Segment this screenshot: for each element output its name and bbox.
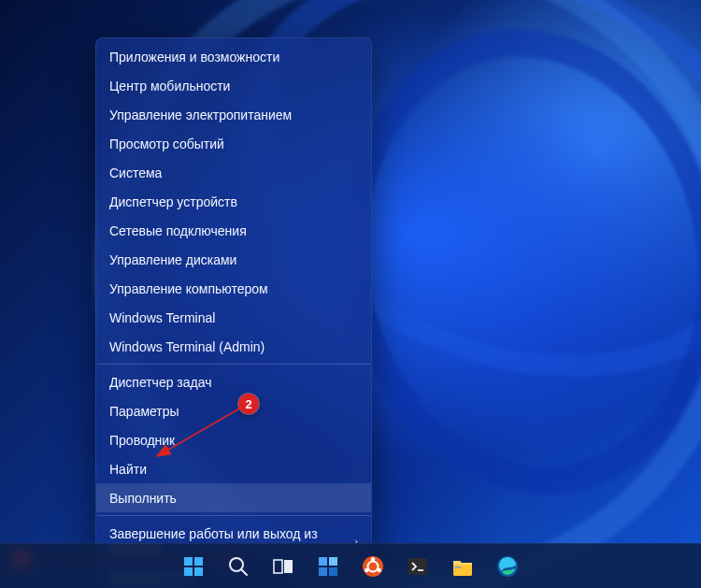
windows-icon: [182, 555, 205, 578]
menu-item-label: Приложения и возможности: [109, 50, 279, 65]
menu-item[interactable]: Windows Terminal (Admin): [96, 332, 371, 361]
menu-item-label: Сетевые подключения: [109, 223, 247, 238]
menu-item-label: Просмотр событий: [109, 136, 224, 151]
menu-separator: [97, 515, 370, 516]
menu-item-label: Управление компьютером: [109, 281, 268, 296]
menu-item[interactable]: Проводник: [96, 425, 371, 454]
menu-item-label: Windows Terminal (Admin): [109, 339, 265, 354]
app-edge[interactable]: [489, 548, 526, 585]
ubuntu-icon: [362, 555, 384, 578]
menu-item[interactable]: Управление дисками: [96, 245, 371, 274]
widgets-icon: [317, 555, 339, 578]
menu-item[interactable]: Диспетчер задач: [96, 367, 371, 396]
menu-item[interactable]: Диспетчер устройств: [96, 187, 371, 216]
menu-item[interactable]: Сетевые подключения: [96, 216, 371, 245]
app-explorer[interactable]: [444, 548, 481, 585]
menu-item[interactable]: Выполнить: [96, 483, 371, 512]
widgets-button[interactable]: [309, 548, 347, 585]
edge-icon: [496, 555, 519, 578]
menu-item-label: Диспетчер устройств: [109, 194, 237, 209]
menu-item[interactable]: Управление электропитанием: [96, 100, 371, 129]
terminal-icon: [407, 555, 429, 578]
app-ubuntu[interactable]: [354, 548, 392, 585]
menu-item[interactable]: Центр мобильности: [96, 71, 371, 100]
start-button[interactable]: [175, 548, 212, 585]
menu-item[interactable]: Приложения и возможности: [96, 42, 371, 71]
taskview-icon: [272, 555, 294, 578]
menu-item-label: Управление электропитанием: [109, 108, 292, 122]
menu-item-label: Windows Terminal: [109, 310, 215, 325]
menu-item-label: Проводник: [109, 433, 175, 448]
menu-item[interactable]: Просмотр событий: [96, 129, 371, 158]
menu-item-label: Центр мобильности: [109, 79, 230, 93]
menu-item-label: Найти: [109, 462, 147, 477]
app-terminal[interactable]: [399, 548, 436, 585]
menu-item[interactable]: Управление компьютером: [96, 274, 371, 303]
annotation-badge-2: 2: [238, 394, 259, 414]
menu-separator: [97, 364, 370, 365]
menu-item[interactable]: Windows Terminal: [96, 303, 371, 332]
taskbar: [0, 543, 701, 588]
explorer-icon: [451, 555, 474, 578]
menu-item-label: Выполнить: [109, 491, 177, 506]
search-icon: [227, 555, 250, 578]
start-context-menu: Приложения и возможностиЦентр мобильност…: [95, 37, 372, 588]
menu-item[interactable]: Параметры: [96, 396, 371, 425]
menu-item[interactable]: Найти: [96, 454, 371, 483]
task-view-button[interactable]: [265, 548, 302, 585]
menu-item-label: Диспетчер задач: [109, 375, 212, 390]
menu-item-label: Управление дисками: [109, 252, 236, 267]
menu-item-label: Система: [109, 165, 162, 180]
search-button[interactable]: [220, 548, 257, 585]
menu-item[interactable]: Система: [96, 158, 371, 187]
menu-item-label: Параметры: [109, 404, 179, 419]
